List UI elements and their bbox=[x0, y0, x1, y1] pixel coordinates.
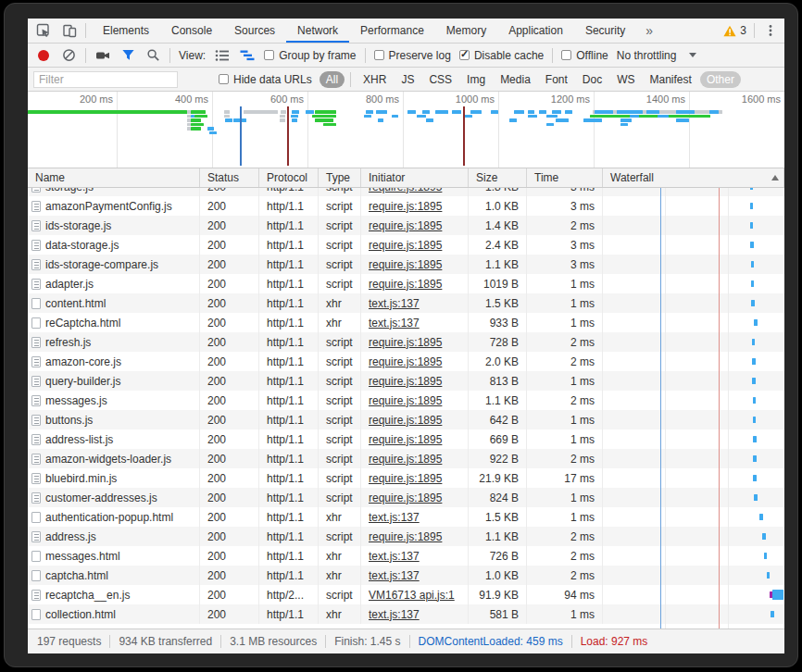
offline-checkbox[interactable]: Offline bbox=[561, 49, 608, 62]
initiator-link[interactable]: require.js:1895 bbox=[369, 394, 442, 407]
initiator-link[interactable]: require.js:1895 bbox=[369, 355, 442, 368]
column-header-status[interactable]: Status bbox=[200, 168, 259, 187]
waterfall-bar[interactable] bbox=[771, 611, 774, 617]
device-toolbar-icon[interactable] bbox=[61, 22, 78, 39]
waterfall-bar[interactable] bbox=[750, 222, 754, 229]
waterfall-bar[interactable] bbox=[754, 494, 758, 501]
waterfall-bar[interactable] bbox=[750, 203, 754, 209]
waterfall-bar[interactable] bbox=[751, 261, 755, 268]
initiator-link[interactable]: require.js:1895 bbox=[369, 188, 442, 193]
table-row[interactable]: data-storage.js200http/1.1scriptrequire.… bbox=[28, 235, 784, 255]
table-row[interactable]: storage.js200http/1.1scriptrequire.js:18… bbox=[28, 188, 784, 196]
waterfall-bar[interactable] bbox=[767, 572, 771, 579]
initiator-link[interactable]: require.js:1895 bbox=[369, 219, 442, 232]
table-row[interactable]: query-builder.js200http/1.1scriptrequire… bbox=[28, 371, 784, 391]
filter-icon[interactable] bbox=[119, 47, 136, 64]
column-header-waterfall[interactable]: Waterfall bbox=[603, 168, 784, 187]
tab-console[interactable]: Console bbox=[160, 19, 223, 43]
table-row[interactable]: address.js200http/1.1scriptrequire.js:18… bbox=[28, 527, 784, 546]
table-row[interactable]: captcha.html200http/1.1xhrtext.js:1371.0… bbox=[28, 566, 784, 585]
filter-pill-js[interactable]: JS bbox=[395, 71, 420, 88]
filter-pill-doc[interactable]: Doc bbox=[576, 71, 608, 88]
tab-security[interactable]: Security bbox=[574, 19, 636, 43]
waterfall-bar[interactable] bbox=[753, 475, 757, 481]
waterfall-bar[interactable] bbox=[751, 300, 755, 306]
table-row[interactable]: collection.html200http/1.1xhrtext.js:137… bbox=[28, 604, 784, 624]
tab-sources[interactable]: Sources bbox=[223, 19, 286, 43]
column-header-protocol[interactable]: Protocol bbox=[259, 168, 319, 187]
column-header-size[interactable]: Size bbox=[469, 168, 527, 187]
tab-performance[interactable]: Performance bbox=[349, 19, 435, 43]
initiator-link[interactable]: require.js:1895 bbox=[369, 375, 442, 388]
initiator-link[interactable]: require.js:1895 bbox=[369, 433, 442, 446]
waterfall-bar[interactable] bbox=[759, 514, 763, 520]
tab-memory[interactable]: Memory bbox=[435, 19, 497, 43]
console-warning-badge[interactable]: 3 bbox=[723, 24, 746, 37]
initiator-link[interactable]: require.js:1895 bbox=[369, 239, 442, 252]
table-row[interactable]: reCaptcha.html200http/1.1xhrtext.js:1379… bbox=[28, 313, 784, 332]
table-row[interactable]: refresh.js200http/1.1scriptrequire.js:18… bbox=[28, 332, 784, 352]
waterfall-bar[interactable] bbox=[751, 280, 755, 287]
waterfall-bar[interactable] bbox=[753, 397, 757, 404]
table-row[interactable]: amazonPaymentConfig.js200http/1.1scriptr… bbox=[28, 196, 784, 216]
column-header-time[interactable]: Time bbox=[527, 168, 603, 187]
filter-pill-xhr[interactable]: XHR bbox=[357, 71, 393, 88]
filter-pill-font[interactable]: Font bbox=[539, 71, 574, 88]
table-row[interactable]: bluebird.min.js200http/1.1scriptrequire.… bbox=[28, 468, 784, 488]
checkbox[interactable] bbox=[264, 50, 274, 60]
hide-data-urls-checkbox[interactable]: Hide data URLs bbox=[219, 73, 312, 86]
initiator-link[interactable]: text.js:137 bbox=[369, 317, 420, 330]
checkbox[interactable] bbox=[374, 50, 384, 60]
initiator-link[interactable]: require.js:1895 bbox=[369, 258, 442, 271]
tab-elements[interactable]: Elements bbox=[92, 19, 160, 43]
column-header-initiator[interactable]: Initiator bbox=[361, 168, 469, 187]
waterfall-bar[interactable] bbox=[750, 242, 754, 248]
waterfall-bar[interactable] bbox=[752, 339, 756, 345]
table-row[interactable]: messages.html200http/1.1xhrtext.js:13772… bbox=[28, 546, 784, 566]
inspect-element-icon[interactable] bbox=[35, 22, 52, 39]
checkbox-checked[interactable] bbox=[459, 50, 470, 60]
filter-pill-all[interactable]: All bbox=[320, 71, 345, 88]
column-header-type[interactable]: Type bbox=[319, 168, 361, 187]
waterfall-bar[interactable] bbox=[750, 188, 754, 190]
waterfall-bar[interactable] bbox=[752, 378, 756, 384]
capture-screenshots-icon[interactable] bbox=[94, 47, 111, 64]
initiator-link[interactable]: require.js:1895 bbox=[369, 453, 442, 466]
filter-input[interactable] bbox=[33, 71, 178, 88]
initiator-link[interactable]: VM16713 api.js:1 bbox=[369, 589, 455, 602]
table-row[interactable]: authentication-popup.html200http/1.1xhrt… bbox=[28, 507, 784, 527]
waterfall-bar[interactable] bbox=[764, 553, 768, 559]
checkbox[interactable] bbox=[561, 50, 571, 60]
initiator-link[interactable]: require.js:1895 bbox=[369, 278, 442, 291]
table-row[interactable]: recaptcha__en.js200http/2...scriptVM1671… bbox=[28, 585, 784, 604]
table-row[interactable]: ids-storage-compare.js200http/1.1scriptr… bbox=[28, 255, 784, 274]
initiator-link[interactable]: text.js:137 bbox=[369, 608, 420, 621]
record-button[interactable] bbox=[35, 47, 52, 64]
filter-pill-other[interactable]: Other bbox=[700, 71, 741, 88]
initiator-link[interactable]: text.js:137 bbox=[369, 550, 420, 563]
waterfall-bar[interactable] bbox=[772, 590, 783, 600]
list-view-icon[interactable] bbox=[214, 47, 231, 64]
waterfall-bar[interactable] bbox=[752, 358, 756, 365]
network-overview[interactable]: 200 ms400 ms600 ms800 ms1000 ms1200 ms14… bbox=[28, 92, 784, 168]
waterfall-bar[interactable] bbox=[762, 533, 766, 540]
initiator-link[interactable]: require.js:1895 bbox=[369, 336, 442, 349]
table-row[interactable]: amazon-widgets-loader.js200http/1.1scrip… bbox=[28, 449, 784, 468]
initiator-link[interactable]: text.js:137 bbox=[369, 569, 420, 582]
filter-pill-media[interactable]: Media bbox=[494, 71, 537, 88]
waterfall-view-icon[interactable] bbox=[239, 47, 256, 64]
sort-ascending-icon[interactable] bbox=[771, 175, 779, 180]
group-by-frame-checkbox[interactable]: Group by frame bbox=[264, 49, 356, 62]
disable-cache-checkbox[interactable]: Disable cache bbox=[459, 49, 544, 62]
filter-pill-css[interactable]: CSS bbox=[422, 71, 458, 88]
initiator-link[interactable]: require.js:1895 bbox=[369, 414, 442, 427]
checkbox[interactable] bbox=[219, 74, 229, 84]
table-row[interactable]: ids-storage.js200http/1.1scriptrequire.j… bbox=[28, 216, 784, 235]
waterfall-bar[interactable] bbox=[753, 417, 757, 423]
initiator-link[interactable]: require.js:1895 bbox=[369, 492, 442, 504]
waterfall-bar[interactable] bbox=[754, 319, 758, 326]
search-icon[interactable] bbox=[144, 47, 161, 64]
clear-button[interactable] bbox=[60, 47, 77, 64]
kebab-menu-icon[interactable] bbox=[762, 22, 779, 39]
initiator-link[interactable]: require.js:1895 bbox=[369, 200, 442, 213]
